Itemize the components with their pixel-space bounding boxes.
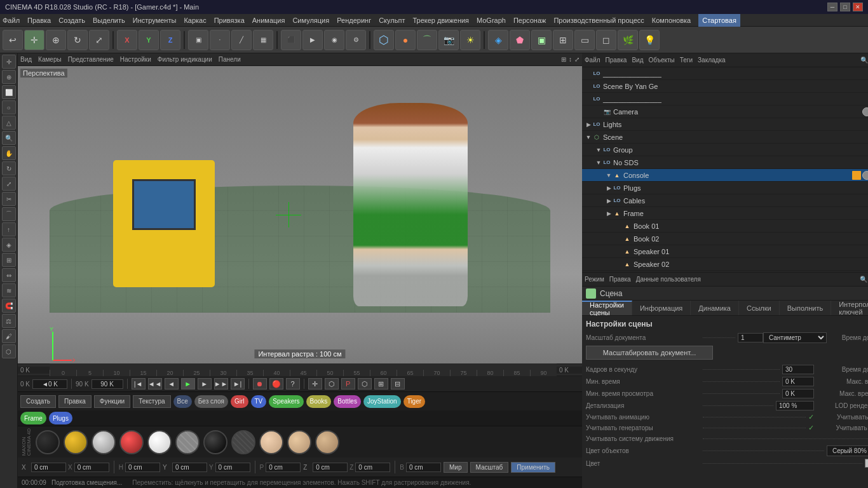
obj-expand-book02[interactable] [615,235,623,243]
obj-row-spk01[interactable]: ▲ Speaker 01 [582,245,868,258]
close-button[interactable]: ✕ [853,3,863,11]
material-metal[interactable] [175,430,200,454]
obj-row-book01[interactable]: ▲ Book 01 [582,220,868,233]
toolbar-tag[interactable]: ⬟ [510,30,530,50]
toolbar-camera-tool[interactable]: 📷 [438,30,459,50]
props-tab-links[interactable]: Ссылки [739,301,780,315]
menu-file[interactable]: Файл [3,17,20,24]
menu-startup[interactable]: Стартовая [698,14,740,27]
playback-to-end[interactable]: ►| [231,378,245,390]
toolbar-null[interactable]: 💡 [639,30,660,50]
sidebar-magnify[interactable]: 🔍 [2,131,16,145]
toolbar-select[interactable]: ✛ [24,30,44,50]
prop-obj-color-dropdown[interactable]: Серый 80% [827,445,868,456]
minimize-button[interactable]: ─ [827,3,837,11]
vt-expand[interactable]: ⊞ [561,56,566,63]
material-white[interactable] [147,430,172,454]
vt-settings[interactable]: Настройки [120,56,151,63]
material-yellow[interactable] [64,430,88,454]
playback-prev-frame[interactable]: ◄◄ [148,378,162,390]
toolbar-edge-mode[interactable]: ╱ [231,30,252,50]
props-menu-edit[interactable]: Правка [609,276,631,283]
sidebar-pan[interactable]: ✋ [2,146,16,160]
obj-menu-edit[interactable]: Правка [606,57,627,64]
layer-girl[interactable]: Girl [231,395,248,408]
toolbar-axis-y[interactable]: Y [139,30,159,50]
sidebar-lasso[interactable]: ⊕ [2,70,16,84]
toolbar-render-settings[interactable]: ⚙ [346,30,366,50]
layer-speakers[interactable]: Speakers [269,395,303,408]
obj-expand-scene[interactable]: ▼ [585,133,592,141]
sidebar-magnet[interactable]: 🧲 [2,299,16,313]
playback-scheme[interactable]: ✛ [308,378,322,390]
menu-character[interactable]: Персонаж [513,17,546,24]
toolbar-floor[interactable]: ▭ [574,30,595,50]
props-tab-info[interactable]: Информация [632,301,691,315]
menu-tools[interactable]: Инструменты [133,17,177,24]
sidebar-paint[interactable]: 🖌 [2,329,16,343]
prop-scale-unit[interactable]: Сантиметр [763,332,827,343]
sidebar-bevel[interactable]: ◈ [2,238,16,252]
sidebar-extrude[interactable]: ↑ [2,222,16,236]
menu-create[interactable]: Создать [58,17,85,24]
toolbar-axis-x[interactable]: X [117,30,137,50]
obj-expand-console[interactable]: ▼ [605,172,613,179]
playback-next-frame[interactable]: ►► [214,378,228,390]
obj-row-scene[interactable]: ▼ ⬡ Scene ✓ [582,131,868,144]
vt-view[interactable]: Вид [20,56,32,63]
material-silver[interactable] [92,430,116,454]
props-icon-search[interactable]: 🔍 [860,276,867,283]
obj-expand-scene-yan[interactable] [585,83,592,90]
menu-tracker[interactable]: Трекер движения [412,17,469,24]
obj-expand-lo2[interactable] [585,95,592,103]
toolbar-grid[interactable]: ⊞ [553,30,573,50]
prop-fps-input[interactable] [782,365,814,374]
playback-layout[interactable]: ⊞ [374,378,388,390]
playback-forward[interactable]: ► [198,378,212,390]
menu-sculpt[interactable]: Скульпт [379,17,405,24]
material-skin[interactable] [259,430,283,454]
toolbar-bg[interactable]: ◻ [596,30,616,50]
obj-expand-camera[interactable] [595,108,602,116]
layer-func-btn[interactable]: Функции [94,395,130,408]
vt-panels[interactable]: Панели [219,56,241,63]
material-skin3[interactable] [315,430,339,454]
obj-expand-nosds[interactable]: ▼ [595,159,602,166]
obj-row-plugs[interactable]: ▶ LO Plugs [582,182,868,194]
sidebar-select[interactable]: ✛ [2,55,16,69]
coord-x-input[interactable] [31,463,66,472]
toolbar-move[interactable]: ⊕ [46,30,66,50]
playback-end-input[interactable] [92,379,123,389]
playback-time-input[interactable] [32,379,67,389]
obj-expand-frame[interactable]: ▶ [605,210,613,217]
sidebar-loop-cut[interactable]: ⊞ [2,253,16,267]
material-dark-metal[interactable] [231,430,255,454]
sidebar-zoom[interactable]: ⤢ [2,177,16,191]
obj-expand-cables[interactable]: ▶ [605,197,613,205]
prop-scale-doc-btn[interactable]: Масштабировать документ... [586,346,713,360]
obj-menu-bookmark[interactable]: Закладка [698,57,725,64]
obj-menu-file[interactable]: Файл [585,57,600,64]
obj-expand-lo1[interactable] [585,70,592,78]
props-tab-execute[interactable]: Выполнить [780,301,831,315]
toolbar-nurbs[interactable]: ● [395,30,416,50]
layer-bottles[interactable]: Bottles [334,395,361,408]
obj-row-console[interactable]: ▼ ▲ Console ▲ [582,169,868,182]
obj-row-camera[interactable]: 📷 Camera ▲ [582,105,868,118]
layer-tv[interactable]: TV [251,395,267,408]
obj-row-lo1[interactable]: LO _______________ [582,67,868,80]
obj-row-nosds[interactable]: ▼ LO No SDS [582,156,868,169]
prop-min-time-input[interactable] [782,377,814,386]
toolbar-env[interactable]: 🌿 [618,30,638,50]
toolbar-render-region[interactable]: ⬛ [281,30,301,50]
vt-camera-move[interactable]: ↕ [569,56,572,63]
obj-row-lights[interactable]: ▶ LO Lights [582,118,868,131]
obj-expand-spk02[interactable] [615,261,623,268]
menu-pipeline[interactable]: Производственный процесс [553,17,644,24]
sidebar-uv[interactable]: ⬡ [2,344,16,358]
apply-button[interactable]: Применить [511,462,555,473]
prop-gen-check[interactable]: ✓ [808,424,814,432]
layer-all[interactable]: Все [173,395,192,408]
toolbar-obj-mode[interactable]: ▣ [188,30,208,50]
prop-detail-input[interactable] [776,401,814,410]
